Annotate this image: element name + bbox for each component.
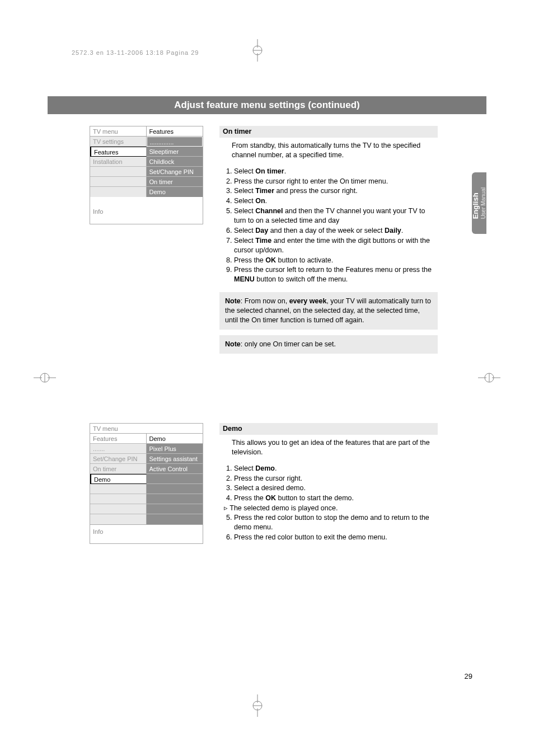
section-on-timer: On timer From standby, this automaticall… bbox=[219, 126, 438, 354]
menu-right-item bbox=[147, 484, 203, 494]
step-item: Press the red color button to stop the d… bbox=[234, 513, 438, 532]
menu-left-item bbox=[90, 504, 147, 514]
note-box: Note: From now on, every week, your TV w… bbox=[219, 292, 438, 330]
step-item: Select On timer. bbox=[234, 167, 438, 176]
menu-right-item: Childlock bbox=[147, 157, 203, 167]
language-label: English bbox=[471, 192, 480, 219]
menu-right-item-highlight: .............. bbox=[147, 137, 203, 147]
menu-right-item bbox=[147, 504, 203, 514]
menu-table-demo: TV menu Features ....... Set/Change PIN … bbox=[90, 423, 203, 544]
result-item: The selected demo is played once. bbox=[224, 504, 438, 513]
menu-left-item bbox=[90, 167, 147, 177]
section-intro: This allows you to get an idea of the fe… bbox=[232, 438, 438, 457]
menu-left-item: Set/Change PIN bbox=[90, 454, 147, 464]
section-intro: From standby, this automatically turns t… bbox=[232, 141, 438, 160]
menu-right-header: Demo bbox=[147, 434, 203, 444]
menu-right-item bbox=[147, 514, 203, 524]
language-tab: English User Manual bbox=[472, 172, 486, 234]
menu-right-item bbox=[147, 474, 203, 484]
menu-info: Info bbox=[90, 205, 203, 224]
menu-right-item: Active Control bbox=[147, 464, 203, 474]
steps-list: Press the red color button to stop the d… bbox=[224, 513, 438, 542]
step-item: Select a desired demo. bbox=[234, 483, 438, 493]
step-item: Select On. bbox=[234, 196, 438, 206]
menu-left-item: TV settings bbox=[90, 137, 147, 147]
menu-right-item: Set/Change PIN bbox=[147, 167, 203, 177]
step-item: Select Demo. bbox=[234, 464, 438, 473]
section-demo: Demo This allows you to get an idea of t… bbox=[219, 423, 438, 543]
step-item: Press the OK button to activate. bbox=[234, 256, 438, 265]
crop-mark-icon bbox=[34, 367, 56, 389]
steps-list: Select Demo.Press the cursor right.Selec… bbox=[224, 464, 438, 504]
menu-right-item: Pixel Plus bbox=[147, 444, 203, 454]
menu-left-item bbox=[90, 187, 147, 197]
manual-label: User Manual bbox=[480, 187, 486, 219]
menu-right-item: Sleeptimer bbox=[147, 147, 203, 157]
menu-title: TV menu bbox=[90, 126, 147, 137]
page-title: Adjust feature menu settings (continued) bbox=[48, 96, 486, 114]
menu-right-item: Demo bbox=[147, 187, 203, 197]
menu-left-item bbox=[90, 494, 147, 504]
menu-left-item-selected: Demo bbox=[90, 474, 147, 484]
menu-info: Info bbox=[90, 524, 203, 543]
menu-right-item bbox=[147, 494, 203, 504]
step-item: Press the red color button to exit the d… bbox=[234, 533, 438, 542]
step-item: Press the cursor left to return to the F… bbox=[234, 265, 438, 284]
note-box: Note: only one On timer can be set. bbox=[219, 335, 438, 354]
crop-mark-icon bbox=[246, 39, 269, 62]
crop-mark-icon bbox=[246, 694, 269, 717]
menu-left-item bbox=[90, 177, 147, 187]
step-item: Press the cursor right. bbox=[234, 474, 438, 483]
menu-left-item: Installation bbox=[90, 157, 147, 167]
step-item: Select Time and enter the time with the … bbox=[234, 236, 438, 255]
step-item: Press the OK button to start the demo. bbox=[234, 494, 438, 503]
step-item: Select Day and then a day of the week or… bbox=[234, 226, 438, 236]
step-item: Select Timer and press the cursor right. bbox=[234, 186, 438, 196]
menu-left-header: Features bbox=[90, 434, 147, 444]
menu-right-item: On timer bbox=[147, 177, 203, 187]
menu-right-item: Settings assistant bbox=[147, 454, 203, 464]
section-heading: Demo bbox=[219, 423, 438, 435]
menu-left-item-selected: Features bbox=[90, 147, 147, 157]
step-item: Press the cursor right to enter the On t… bbox=[234, 177, 438, 186]
menu-left-item: ....... bbox=[90, 444, 147, 454]
menu-left-item: On timer bbox=[90, 464, 147, 474]
section-heading: On timer bbox=[219, 126, 438, 138]
step-item: Select Channel and then the TV channel y… bbox=[234, 206, 438, 226]
menu-table-features: TV menu TV settings Features Installatio… bbox=[90, 126, 203, 224]
menu-right-header: Features bbox=[147, 126, 203, 137]
steps-list: Select On timer.Press the cursor right t… bbox=[224, 167, 438, 285]
crop-mark-icon bbox=[478, 367, 500, 389]
menu-title: TV menu bbox=[90, 424, 203, 434]
menu-left-item bbox=[90, 484, 147, 494]
menu-left-item bbox=[90, 514, 147, 524]
print-header: 2572.3 en 13-11-2006 13:18 Pagina 29 bbox=[72, 49, 199, 56]
page-number: 29 bbox=[465, 672, 472, 680]
